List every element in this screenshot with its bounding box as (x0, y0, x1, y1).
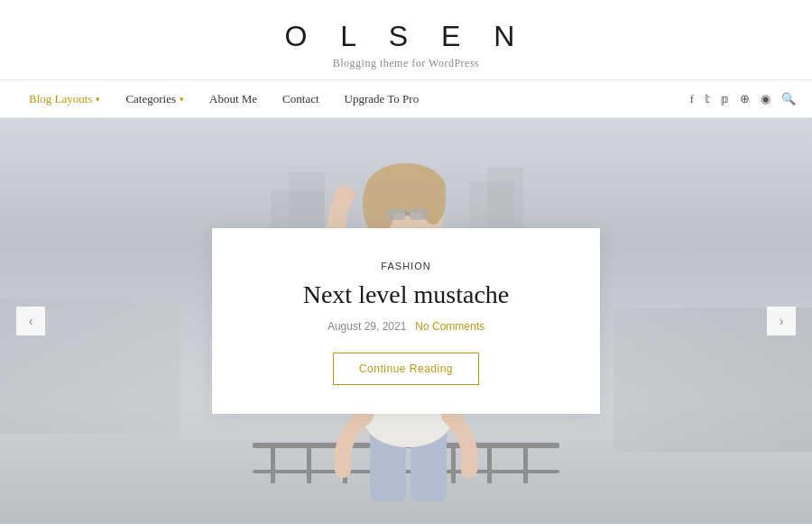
twitter-icon[interactable]: 𝕥 (705, 92, 710, 106)
svg-rect-16 (271, 443, 275, 483)
card-title: Next level mustache (248, 280, 564, 309)
svg-point-8 (363, 172, 395, 235)
svg-rect-21 (451, 443, 456, 483)
main-nav: Blog Layouts ▾ Categories ▾ About Me Con… (0, 80, 812, 118)
nav-item-categories[interactable]: Categories ▾ (113, 92, 197, 106)
nav-left: Blog Layouts ▾ Categories ▾ About Me Con… (16, 92, 431, 106)
nav-item-blog-layouts[interactable]: Blog Layouts ▾ (16, 92, 113, 106)
svg-rect-17 (307, 443, 311, 483)
svg-rect-23 (523, 443, 528, 483)
site-header: O L S E N Blogging theme for WordPress (0, 0, 812, 80)
pinterest-icon[interactable]: 𝕡 (721, 92, 729, 106)
site-tagline: Blogging theme for WordPress (0, 57, 812, 70)
chevron-down-icon: ▾ (180, 95, 184, 104)
card-category: Fashion (248, 261, 564, 271)
svg-rect-12 (405, 212, 410, 216)
nav-right: f 𝕥 𝕡 ⊕ ◉ 🔍 (690, 92, 796, 106)
card-comments[interactable]: No Comments (415, 320, 484, 333)
slider-prev-button[interactable]: ‹ (16, 307, 45, 335)
facebook-icon[interactable]: f (690, 92, 694, 106)
nav-item-contact[interactable]: Contact (270, 92, 331, 106)
hero-slider: Fashion Next level mustache August 29, 2… (0, 118, 812, 524)
svg-rect-22 (487, 443, 492, 483)
nav-item-upgrade[interactable]: Upgrade To Pro (332, 92, 432, 106)
site-title: O L S E N (0, 20, 812, 53)
nav-item-about-me[interactable]: About Me (197, 92, 270, 106)
chevron-down-icon: ▾ (96, 95, 100, 104)
card-date: August 29, 2021 (328, 320, 406, 333)
continue-reading-button[interactable]: Continue Reading (333, 353, 479, 385)
search-icon[interactable]: 🔍 (781, 92, 796, 106)
hero-card: Fashion Next level mustache August 29, 2… (212, 228, 600, 414)
globe-icon[interactable]: ⊕ (740, 92, 750, 106)
rss-icon[interactable]: ◉ (761, 92, 770, 106)
svg-point-13 (334, 186, 355, 204)
slider-next-button[interactable]: › (767, 307, 796, 335)
card-meta: August 29, 2021 No Comments (248, 320, 564, 333)
svg-rect-10 (386, 208, 406, 220)
svg-rect-11 (409, 208, 429, 220)
